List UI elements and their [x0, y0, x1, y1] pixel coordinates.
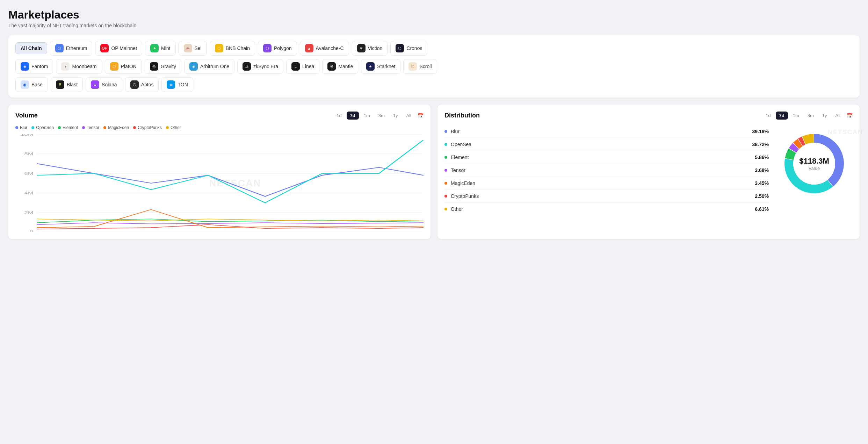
chain-btn-viction[interactable]: ≋Viction: [352, 41, 388, 56]
time-btn-1d[interactable]: 1d: [333, 112, 345, 120]
dist-name-opensea: OpenSea: [451, 142, 749, 147]
calendar-icon[interactable]: 📅: [847, 113, 853, 119]
time-btn-7d[interactable]: 7d: [776, 112, 788, 120]
chain-label-mantle: Mantle: [338, 64, 353, 69]
chain-btn-starknet[interactable]: ★Starknet: [361, 59, 400, 74]
dist-name-tensor: Tensor: [451, 167, 751, 173]
chain-btn-zksync[interactable]: ⇄zkSync Era: [237, 59, 283, 74]
time-btn-1m[interactable]: 1m: [789, 112, 803, 120]
page-subtitle: The vast majority of NFT trading markets…: [8, 23, 860, 28]
chain-btn-polygon[interactable]: ⬡Polygon: [258, 41, 297, 56]
legend-dot-blur: [15, 126, 18, 129]
chain-label-cronos: Cronos: [406, 45, 422, 51]
dist-dot-blur: [444, 130, 447, 133]
time-btn-1y[interactable]: 1y: [819, 112, 831, 120]
legend-dot-tensor: [82, 126, 85, 129]
legend-item-opensea: OpenSea: [31, 125, 54, 130]
dist-item-tensor: Tensor 3.68%: [444, 164, 769, 177]
legend-dot-element: [58, 126, 61, 129]
chain-btn-all[interactable]: All Chain: [15, 42, 47, 54]
svg-text:4M: 4M: [24, 191, 33, 195]
chain-label-zksync: zkSync Era: [253, 64, 278, 69]
calendar-icon[interactable]: 📅: [418, 113, 424, 119]
chain-label-gravity: Gravity: [161, 64, 176, 69]
time-btn-3m[interactable]: 3m: [375, 112, 388, 120]
svg-text:8M: 8M: [24, 152, 33, 156]
chain-btn-cronos[interactable]: ⬡Cronos: [390, 41, 427, 56]
chain-label-avalanche: Avalanche-C: [316, 45, 344, 51]
legend-label-element: Element: [63, 125, 78, 130]
chain-btn-fantom[interactable]: ◈Fantom: [15, 59, 53, 74]
chain-btn-sei[interactable]: ◎Sei: [179, 41, 207, 56]
legend-label-other: Other: [171, 125, 181, 130]
chain-btn-bnb[interactable]: ⬡BNB Chain: [210, 41, 255, 56]
chain-btn-avalanche[interactable]: ▲Avalanche-C: [300, 41, 349, 56]
time-btn-3m[interactable]: 3m: [804, 112, 817, 120]
chain-btn-aptos[interactable]: ⬡Aptos: [125, 77, 159, 92]
dist-dot-element: [444, 156, 447, 159]
chain-label-starknet: Starknet: [377, 64, 395, 69]
dist-item-element: Element 5.86%: [444, 151, 769, 164]
volume-chart-area: NETSCAN 10M 8M 6M 4M 2M 0: [15, 134, 424, 232]
dist-item-opensea: OpenSea 38.72%: [444, 138, 769, 151]
distribution-time-filter: 1d7d1m3m1yAll📅: [762, 112, 853, 120]
legend-label-opensea: OpenSea: [36, 125, 54, 130]
volume-chart-header: Volume 1d7d1m3m1yAll📅: [15, 112, 424, 120]
legend-item-other: Other: [166, 125, 181, 130]
dist-dot-cryptopunks: [444, 195, 447, 198]
chain-label-mint: Mint: [161, 45, 170, 51]
dist-pct-magiceden: 3.45%: [755, 180, 769, 186]
chain-btn-mantle[interactable]: ❋Mantle: [322, 59, 358, 74]
volume-chart-title: Volume: [15, 112, 38, 119]
chain-btn-blast[interactable]: BBlast: [51, 77, 83, 92]
chain-label-ethereum: Ethereum: [66, 45, 87, 51]
chain-btn-moonbeam[interactable]: ●Moonbeam: [56, 59, 102, 74]
dist-pct-opensea: 38.72%: [752, 142, 769, 147]
dist-name-blur: Blur: [451, 129, 749, 134]
dist-dot-opensea: [444, 143, 447, 146]
chain-label-ton: TON: [178, 82, 188, 87]
chain-btn-mint[interactable]: ✦Mint: [145, 41, 175, 56]
chain-label-op: OP Mainnet: [111, 45, 137, 51]
chain-label-blast: Blast: [67, 82, 78, 87]
chain-btn-ton[interactable]: ◈TON: [161, 77, 193, 92]
chain-label-aptos: Aptos: [141, 82, 154, 87]
dist-dot-other: [444, 208, 447, 210]
chain-btn-op[interactable]: OPOP Mainnet: [95, 41, 142, 56]
legend-label-magiceden: MagicEden: [108, 125, 129, 130]
chain-btn-base[interactable]: ◉Base: [15, 77, 48, 92]
legend-label-blur: Blur: [20, 125, 27, 130]
time-btn-all[interactable]: All: [403, 112, 415, 120]
legend-dot-opensea: [31, 126, 34, 129]
legend-label-tensor: Tensor: [87, 125, 99, 130]
chain-label-arbitrum: Arbitrum One: [200, 64, 229, 69]
legend-item-element: Element: [58, 125, 78, 130]
chain-label-sei: Sei: [195, 45, 202, 51]
time-btn-1y[interactable]: 1y: [390, 112, 402, 120]
time-btn-all[interactable]: All: [832, 112, 844, 120]
dist-pct-element: 5.86%: [755, 155, 769, 160]
svg-text:10M: 10M: [21, 134, 34, 137]
chain-btn-arbitrum[interactable]: ◈Arbitrum One: [184, 59, 234, 74]
chain-row-2: ◈Fantom●Moonbeam⬡PlatON◎Gravity◈Arbitrum…: [15, 59, 853, 74]
volume-chart-card: Volume 1d7d1m3m1yAll📅 BlurOpenSeaElement…: [8, 105, 431, 239]
time-btn-1d[interactable]: 1d: [762, 112, 774, 120]
chain-btn-solana[interactable]: ≡Solana: [86, 77, 122, 92]
page-title: Marketplaces: [8, 8, 860, 21]
chain-label-fantom: Fantom: [31, 64, 48, 69]
chain-label-bnb: BNB Chain: [226, 45, 250, 51]
chain-btn-ethereum[interactable]: ⬡Ethereum: [50, 41, 93, 56]
dist-dot-tensor: [444, 169, 447, 172]
chain-label-platon: PlatON: [121, 64, 137, 69]
dist-dot-magiceden: [444, 182, 447, 185]
chain-btn-gravity[interactable]: ◎Gravity: [145, 59, 181, 74]
time-btn-7d[interactable]: 7d: [347, 112, 359, 120]
chain-btn-platon[interactable]: ⬡PlatON: [105, 59, 142, 74]
donut-watermark: NETSCAN: [828, 129, 863, 136]
chain-btn-scroll[interactable]: ⬡Scroll: [403, 59, 437, 74]
chain-btn-linea[interactable]: LLinea: [286, 59, 319, 74]
time-btn-1m[interactable]: 1m: [360, 112, 374, 120]
dist-item-other: Other 6.61%: [444, 203, 769, 215]
chain-label-polygon: Polygon: [274, 45, 292, 51]
chain-row-1: All Chain⬡EthereumOPOP Mainnet✦Mint◎Sei⬡…: [15, 41, 853, 56]
